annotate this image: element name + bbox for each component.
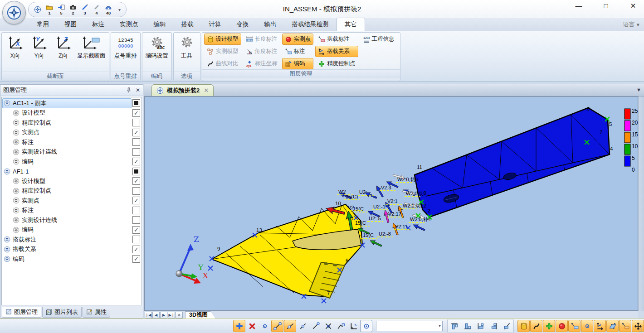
ribbon-button-X向[interactable]: XX向 [3,34,27,72]
document-tab[interactable]: 模拟预拼装2 ✕ [151,84,214,96]
tree-item-编码[interactable]: 编码✓ [2,225,141,235]
tree-item-标注[interactable]: 标注 [2,137,141,147]
chevron-down-icon[interactable] [13,149,20,155]
circled-point-button[interactable] [360,320,372,332]
orange-annotation-button[interactable] [619,320,631,332]
chevron-down-icon[interactable] [13,207,20,214]
line-end-button[interactable] [309,320,322,332]
view-nav-button-3[interactable]: ▶❘ [168,312,175,319]
ribbon-button-长度标注[interactable]: 长度标注 [243,34,280,45]
ribbon-tab-视图[interactable]: 视图 [57,18,84,31]
tree-item-搭载标注[interactable]: 搭载标注 [2,235,141,245]
ribbon-button-搭载标注[interactable]: 搭载标注 [315,34,358,45]
viewport-3d[interactable]: 2520151050ZYXW2:0,切6V2.3U2:W225(C)W2:0,切… [144,97,638,311]
pin-icon[interactable] [126,87,132,93]
qat-button[interactable]: 1 [46,4,53,15]
tree-item-实测点[interactable]: 实测点✓ [2,196,141,206]
panel-close-icon[interactable]: ✕ [136,87,140,93]
design-model-button[interactable] [517,320,530,332]
visibility-checkbox[interactable] [132,168,140,175]
tree-item-标注[interactable]: 标注 [2,206,141,216]
chevron-down-icon[interactable] [13,139,20,145]
tree-item-精度控制点[interactable]: 精度控制点 [2,118,141,128]
language-button[interactable]: 语言 ▾ [623,20,639,29]
chevron-up-icon[interactable] [4,168,10,175]
visibility-checkbox[interactable] [132,119,140,126]
ribbon-button-Z向[interactable]: ZZ向 [51,34,75,72]
view-tab-3d[interactable]: 3D视图 [185,311,215,319]
panel-tab-图片列表[interactable]: 图片列表 [42,307,82,318]
panel-tab-图层管理[interactable]: 图层管理 [2,307,41,318]
tree-item-设计模型[interactable]: 设计模型✓ [2,176,141,186]
tree-item-AF1-1[interactable]: AF1-1 [2,167,141,177]
align-right-button[interactable] [488,320,500,332]
chevron-down-icon[interactable] [13,178,20,184]
ribbon-tab-标注[interactable]: 标注 [84,18,112,31]
selection-combobox[interactable]: ▾ [376,321,443,331]
tree-item-编码[interactable]: 编码✓ [2,254,141,264]
close-button[interactable]: ✕ [629,2,638,10]
ribbon-button-角度标注[interactable]: 45角度标注 [243,46,280,57]
ribbon-tab-常用[interactable]: 常用 [29,18,57,31]
ribbon-button-曲线对比[interactable]: 曲线对比 [204,58,241,69]
ribbon-button-设计模型[interactable]: 设计模型 [204,34,241,45]
ribbon-button-工程信息[interactable]: 1234工程信息 [360,34,397,45]
visibility-checkbox[interactable]: ✓ [132,226,140,234]
align-bottom-button[interactable] [461,320,473,332]
small-point-button[interactable] [581,320,593,332]
line-point-button[interactable] [284,320,296,332]
line-two-points-button[interactable] [271,320,283,332]
view-nav-button-0[interactable]: ❘◀ [145,312,152,319]
ribbon-tab-搭载结果检测[interactable]: 搭载结果检测 [284,18,337,31]
curve-button[interactable] [530,320,542,332]
visibility-checkbox[interactable]: ✓ [132,246,140,253]
add-point-button[interactable] [233,320,245,332]
qat-button[interactable] [34,6,41,14]
line-center-button[interactable] [297,320,309,332]
ribbon-tab-其它[interactable]: 其它 [337,18,365,31]
ribbon-button-工具[interactable]: 工具 [175,34,199,72]
visibility-checkbox[interactable]: ✓ [132,109,140,117]
chevron-down-icon[interactable] [13,197,20,204]
ribbon-tab-变换[interactable]: 变换 [229,18,257,31]
panel-tab-属性[interactable]: 属性 [83,307,110,318]
tree-item-实测设计连线[interactable]: 实测设计连线 [2,215,141,225]
view-nav-button-2[interactable]: ▶ [160,312,167,319]
intersection-button[interactable] [322,320,334,332]
chevron-up-icon[interactable] [4,236,10,243]
ribbon-button-实测模型[interactable]: 实测模型 [204,46,241,57]
chevron-down-icon[interactable] [13,227,20,233]
chevron-down-icon[interactable] [13,188,20,194]
ribbon-tab-编辑[interactable]: 编辑 [146,18,174,31]
chevron-up-icon[interactable] [4,246,10,253]
app-menu-button[interactable] [2,1,26,24]
chevron-up-icon[interactable] [4,256,10,262]
ribbon-button-编码[interactable]: 编码 [282,58,314,69]
delete-button[interactable] [246,320,258,332]
view-nav-button-4[interactable]: ✕ [176,312,183,319]
chevron-up-icon[interactable] [4,100,10,106]
align-diagonal-button[interactable] [501,320,513,332]
chevron-down-icon[interactable] [13,158,20,165]
chevron-down-icon[interactable] [13,129,20,136]
chevron-down-icon[interactable] [13,119,20,126]
tree-item-实测点[interactable]: 实测点✓ [2,128,141,138]
qat-button[interactable]: 5 [58,4,65,15]
ribbon-button-编码设置[interactable]: abc编码设置 [144,34,170,72]
qat-button[interactable]: 4 [93,4,100,15]
ribbon-button-显示截断面[interactable]: 显示截断面 [75,34,107,72]
ribbon-tab-实测点[interactable]: 实测点 [112,18,146,31]
visibility-checkbox[interactable]: ✓ [132,177,140,185]
visibility-checkbox[interactable]: ✓ [132,158,140,165]
precision-point-button[interactable] [543,320,555,332]
tab-overflow-icon[interactable]: ▼ [636,87,641,92]
polyline-button[interactable] [335,320,347,332]
visibility-checkbox[interactable]: ✓ [132,255,140,263]
ribbon-button-标注[interactable]: 标注 [282,46,314,57]
tree-item-编码[interactable]: 编码✓ [2,157,141,167]
tree-item-搭载关系[interactable]: 搭载关系✓ [2,245,141,255]
tree-item-设计模型[interactable]: 设计模型✓ [2,108,141,118]
visibility-checkbox[interactable] [132,216,140,224]
annotation-button[interactable] [568,320,581,332]
visibility-checkbox[interactable]: ✓ [132,197,140,204]
